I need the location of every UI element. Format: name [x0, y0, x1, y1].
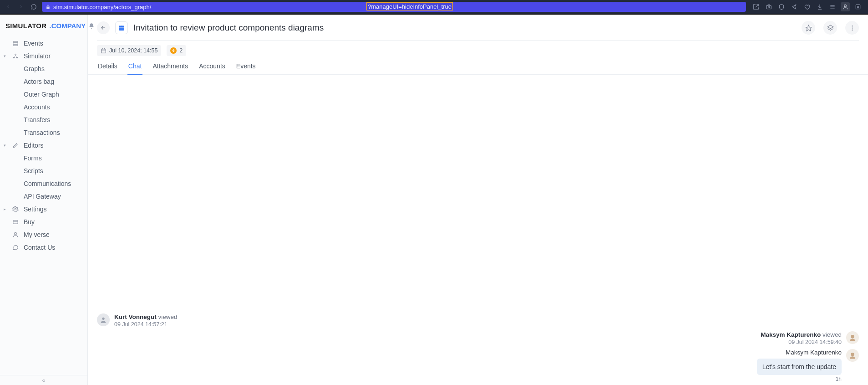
coin-icon: ¢	[170, 47, 177, 54]
svg-point-16	[15, 232, 17, 235]
coin-count: 2	[179, 47, 183, 54]
main-content: Invitation to review product components …	[88, 15, 868, 385]
send-icon[interactable]	[790, 2, 799, 11]
sidebar-sub-actors-bag[interactable]: Actors bag	[0, 75, 87, 88]
gear-icon	[12, 206, 19, 212]
tab-attachments[interactable]: Attachments	[152, 62, 189, 74]
sidebar-label: Contact Us	[24, 244, 55, 251]
shield-icon[interactable]	[777, 2, 786, 11]
camera-icon[interactable]	[764, 2, 773, 11]
avatar[interactable]	[846, 349, 859, 362]
profile-icon[interactable]	[841, 2, 850, 11]
sidebar-label: My verse	[24, 231, 50, 238]
sidebar-sub-graphs[interactable]: Graphs	[0, 62, 87, 75]
svg-rect-15	[13, 221, 18, 224]
date-chip[interactable]: Jul 10, 2024; 14:55	[97, 45, 161, 56]
svg-rect-10	[13, 45, 18, 46]
chevron-down-icon: ▾	[4, 54, 6, 58]
meta-row: Jul 10, 2024; 14:55 ¢ 2	[88, 41, 868, 58]
sidebar-item-settings[interactable]: ▸ Settings	[0, 203, 87, 216]
svg-point-1	[768, 6, 770, 8]
avatar[interactable]	[846, 331, 859, 344]
tab-chat[interactable]: Chat	[127, 62, 143, 74]
chat-event-time: 09 Jul 2024 14:57:21	[114, 321, 178, 328]
logo[interactable]: SIMULATOR .COMPANY	[0, 15, 87, 34]
more-menu-button[interactable]	[845, 21, 859, 35]
sidebar-sub-transfers[interactable]: Transfers	[0, 113, 87, 126]
sidebar-sub-outer-graph[interactable]: Outer Graph	[0, 88, 87, 101]
sidebar-label: Settings	[24, 205, 47, 213]
browser-back-button[interactable]	[4, 2, 13, 11]
heart-icon[interactable]	[802, 2, 812, 11]
svg-rect-6	[856, 5, 860, 9]
star-button[interactable]	[802, 21, 815, 35]
share-icon[interactable]	[751, 2, 761, 11]
sidebar-item-editors[interactable]: ▾ Editors	[0, 139, 87, 152]
url-query-highlight: ?manageUI=hideInfoPanel_true	[366, 2, 453, 10]
browser-right-icons	[750, 2, 864, 11]
svg-rect-0	[766, 5, 772, 9]
events-icon	[12, 40, 19, 46]
event-type-icon	[115, 21, 128, 34]
page-title: Invitation to review product components …	[133, 23, 793, 33]
tabs: Details Chat Attachments Accounts Events	[88, 58, 868, 75]
sidebar-sub-scripts[interactable]: Scripts	[0, 164, 87, 177]
url-text: sim.simulator.company/actors_graph/	[53, 4, 151, 10]
chat-event-right: Maksym Kapturenko viewed 09 Jul 2024 14:…	[97, 331, 859, 345]
editors-icon	[12, 142, 19, 149]
svg-point-14	[15, 208, 16, 210]
sidebar-sub-accounts[interactable]: Accounts	[0, 101, 87, 113]
sidebar-item-simulator[interactable]: ▾ Simulator	[0, 50, 87, 62]
sidebar: SIMULATOR .COMPANY Events ▾ Simulator Gr…	[0, 15, 88, 385]
tab-accounts[interactable]: Accounts	[198, 62, 226, 74]
coin-chip[interactable]: ¢ 2	[167, 45, 186, 56]
chat-event-head: Maksym Kapturenko viewed	[761, 331, 842, 338]
sidebar-item-events[interactable]: Events	[0, 37, 87, 50]
browser-toolbar: sim.simulator.company/actors_graph/ ?man…	[0, 0, 868, 14]
browser-address-bar[interactable]: sim.simulator.company/actors_graph/ ?man…	[42, 2, 746, 12]
page-header: Invitation to review product components …	[88, 15, 868, 40]
tab-details[interactable]: Details	[97, 62, 118, 74]
sidebar-label: Editors	[24, 142, 44, 149]
tab-events[interactable]: Events	[235, 62, 257, 74]
chat-spacer	[97, 79, 859, 310]
sidebar-label: Simulator	[24, 52, 51, 60]
date-text: Jul 10, 2024; 14:55	[109, 47, 157, 54]
avatar[interactable]	[97, 313, 110, 326]
wallet-icon	[12, 219, 19, 225]
svg-point-26	[852, 29, 853, 30]
sidebar-collapse-button[interactable]: «	[0, 375, 87, 385]
download-icon[interactable]	[815, 2, 824, 11]
back-button[interactable]	[97, 21, 110, 34]
chat-message-bubble: Let's start from the update	[757, 359, 842, 375]
sidebar-item-buy[interactable]: Buy	[0, 216, 87, 228]
lock-icon	[46, 5, 51, 10]
svg-rect-8	[13, 41, 18, 42]
sidebar-label: Events	[24, 40, 43, 47]
sidebar-item-my-verse[interactable]: My verse	[0, 228, 87, 241]
simulator-icon	[12, 53, 19, 59]
chat-message-author: Maksym Kapturenko	[786, 349, 842, 356]
chevron-right-icon: ▸	[4, 207, 6, 211]
sidebar-nav: Events ▾ Simulator Graphs Actors bag Out…	[0, 34, 87, 375]
sidebar-sub-transactions[interactable]: Transactions	[0, 126, 87, 139]
logo-part2: .COMPANY	[49, 22, 86, 30]
layers-button[interactable]	[823, 21, 837, 35]
list-icon[interactable]	[828, 2, 837, 11]
chat-message-right: Maksym Kapturenko Let's start from the u…	[97, 349, 859, 382]
sidebar-sub-forms[interactable]: Forms	[0, 152, 87, 164]
sidebar-item-contact[interactable]: Contact Us	[0, 241, 87, 254]
svg-rect-19	[120, 25, 120, 26]
svg-rect-21	[119, 27, 124, 27]
sidebar-sub-communications[interactable]: Communications	[0, 177, 87, 190]
sidebar-label: Buy	[24, 218, 35, 226]
svg-point-32	[851, 335, 854, 339]
svg-point-25	[852, 27, 853, 28]
sidebar-sub-api-gateway[interactable]: API Gateway	[0, 190, 87, 203]
extension-icon[interactable]	[853, 2, 863, 11]
chevron-down-icon: ▾	[4, 143, 6, 148]
chat-event-time: 09 Jul 2024 14:59:40	[761, 339, 842, 345]
browser-reload-button[interactable]	[29, 2, 38, 11]
person-icon	[12, 231, 19, 238]
browser-forward-button[interactable]	[16, 2, 25, 11]
